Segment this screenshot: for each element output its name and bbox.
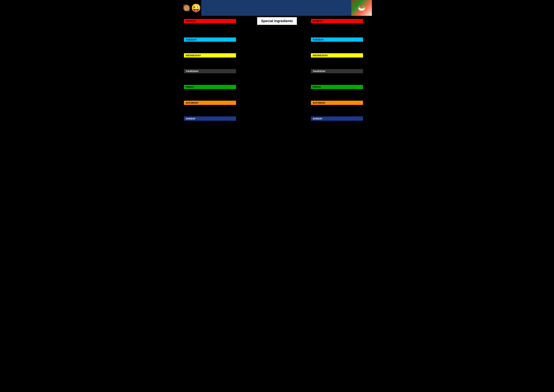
tuesday-left-bar: TUESDAY [184,37,236,42]
friday-left-bar: FRIDAY [184,85,236,89]
thursday-right-bar: THURSDAY [311,69,363,73]
saturday-header-row: SATURDAY SATURDAY [182,100,372,105]
sunday-left-content [182,121,245,132]
special-ingredients-title: Special Ingredients [261,19,293,23]
wednesday-left-label: WEDNESDAY [186,54,201,57]
si-right-col: MONDAY [309,19,372,23]
friday-content-row [182,89,372,100]
wednesday-left-empty [184,58,243,68]
tuesday-right-content [309,42,372,53]
sunday-right-header: SUNDAY [309,116,372,121]
friday-right-empty [311,90,370,100]
tuesday-right-bar: TUESDAY [311,37,363,42]
food-placeholder: 🥗 [351,0,372,16]
sunday-left-bar: SUNDAY [184,116,236,121]
friday-center-header [245,84,290,89]
wednesday-right-empty [311,58,370,68]
mascot-icon: 🥘 [183,4,191,12]
tuesday-left-empty [184,42,243,53]
friday-left-label: FRIDAY [186,86,194,88]
sunday-left-label: SUNDAY [186,117,196,120]
tuesday-right-header: TUESDAY [309,37,372,42]
sunday-right-label: SUNDAY [313,117,323,120]
si-center-col: Special Ingredients [245,17,309,25]
thursday-left-empty [184,74,243,84]
thursday-center-content [245,74,290,84]
friday-right-bar: FRIDAY [311,85,363,89]
friday-right-header: FRIDAY [309,84,372,89]
thursday-left-content [182,74,245,84]
saturday-left-header: SATURDAY [182,100,245,105]
monday-center-content [245,26,290,37]
saturday-left-empty [184,105,243,116]
special-ingredients-box: Special Ingredients [257,17,297,25]
page: 🥘 😜 🥗 MONDAY Special Ingredients MONDAY [182,0,372,135]
si-left-col: MONDAY [182,19,245,23]
monday-right-top: MONDAY [311,19,363,23]
friday-left-header: FRIDAY [182,84,245,89]
logo-area: 🥘 😜 [183,3,201,13]
tuesday-left-header: TUESDAY [182,37,245,42]
monday-right-label: MONDAY [313,20,323,22]
saturday-right-header: SATURDAY [309,100,372,105]
thursday-right-content [309,74,372,84]
saturday-left-bar: SATURDAY [184,101,236,105]
thursday-header-row: THURSDAY THURSDAY [182,69,372,74]
wednesday-right-bar: WEDNESDAY [311,53,363,57]
wednesday-right-header: WEDNESDAY [309,53,372,58]
tuesday-center-header [245,37,290,42]
thursday-left-header: THURSDAY [182,69,245,74]
friday-header-row: FRIDAY FRIDAY [182,84,372,89]
smiley-icon: 😜 [191,3,201,13]
wednesday-right-content [309,58,372,69]
sunday-right-bar: SUNDAY [311,116,363,121]
saturday-right-content [309,105,372,116]
tuesday-content-row [182,42,372,53]
thursday-right-header: THURSDAY [309,69,372,74]
sunday-left-header: SUNDAY [182,116,245,121]
saturday-center-content [245,105,290,116]
monday-left-label: MONDAY [186,20,196,22]
tuesday-right-empty [311,42,370,53]
friday-left-content [182,89,245,100]
wednesday-left-header: WEDNESDAY [182,53,245,58]
saturday-left-label: SATURDAY [186,101,199,104]
header-title-bar [201,0,351,16]
thursday-left-bar: THURSDAY [184,69,236,73]
sunday-center-content [245,121,290,132]
header-logo-left: 🥘 😜 [182,0,201,16]
wednesday-right-label: WEDNESDAY [313,54,328,57]
saturday-left-content [182,105,245,116]
schedule-container: TUESDAY TUESDAY WEDNESDAY [182,26,372,135]
wednesday-center-header [245,53,290,58]
wednesday-left-bar: WEDNESDAY [184,53,236,57]
friday-right-label: FRIDAY [313,86,321,88]
sunday-right-content [309,121,372,132]
wednesday-left-content [182,58,245,69]
sunday-right-empty [311,121,370,132]
monday-left-top: MONDAY [184,19,236,23]
monday-right-content [309,26,372,37]
thursday-center-header [245,69,290,74]
saturday-right-bar: SATURDAY [311,101,363,105]
saturday-right-empty [311,105,370,116]
saturday-right-label: SATURDAY [313,101,325,104]
sunday-center-header [245,116,290,121]
tuesday-left-content [182,42,245,53]
monday-right-empty [311,27,370,37]
tuesday-left-label: TUESDAY [186,38,197,41]
sunday-header-row: SUNDAY SUNDAY [182,116,372,121]
wednesday-content-row [182,58,372,69]
thursday-left-label: THURSDAY [186,70,199,72]
header-food-image: 🥗 [351,0,372,16]
thursday-right-label: THURSDAY [313,70,326,72]
special-ingredients-section: MONDAY Special Ingredients MONDAY [182,16,372,26]
monday-content-row [182,26,372,37]
tuesday-right-label: TUESDAY [313,38,324,41]
wednesday-center-content [245,58,290,69]
thursday-content-row [182,74,372,84]
friday-right-content [309,89,372,100]
saturday-content-row [182,105,372,116]
tuesday-center-content [245,42,290,53]
friday-center-content [245,89,290,100]
